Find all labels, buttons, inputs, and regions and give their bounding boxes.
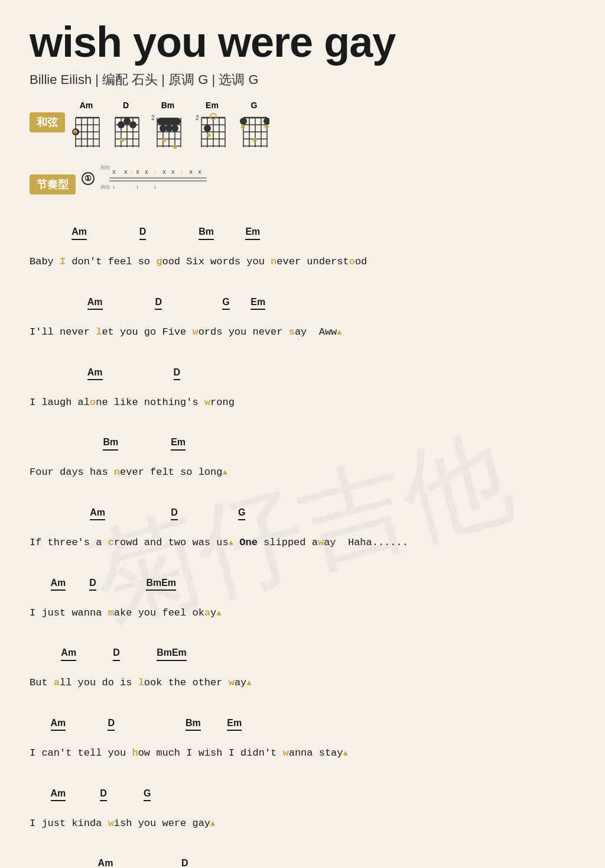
lyric-line-8: I can't tell you how much I wish I didn'… [30, 746, 575, 761]
svg-text:↓: ↓ [180, 169, 184, 176]
lyric-block-5: Am D G If three's a crowd and two was us… [30, 493, 575, 550]
svg-text:x: x [145, 169, 148, 176]
lyric-line-1: Baby I don't feel so good Six words you … [30, 254, 575, 270]
chord-line-2: Am D G Em [30, 283, 575, 323]
svg-text:❷: ❷ [206, 132, 211, 138]
svg-text:2: 2 [151, 115, 155, 121]
chord-line-6: Am D BmEm [30, 563, 575, 604]
lyric-block-8: Am D Bm Em I can't tell you how much I w… [30, 704, 575, 761]
lyric-line-9: I just kinda wish you were gay▲ [30, 816, 575, 831]
svg-text:x: x [189, 169, 193, 176]
lyric-line-2: I'll never let you go Five words you nev… [30, 325, 575, 340]
svg-text:↓: ↓ [154, 169, 157, 176]
song-meta: Billie Eilish | 编配 石头 | 原调 G | 选调 G [30, 71, 575, 89]
svg-point-54 [204, 125, 211, 132]
lyric-block-1: Am D Bm Em Baby I don't feel so good Six… [30, 212, 575, 270]
svg-text:x: x [124, 169, 128, 176]
svg-text:x: x [198, 169, 201, 176]
lyric-block-9: Am D G I just kinda wish you were gay▲ [30, 773, 575, 831]
svg-text:↓: ↓ [112, 184, 116, 190]
lyric-block-7: Am D BmEm But all you do is look the oth… [30, 633, 575, 691]
chord-d: D ❸ [110, 101, 141, 150]
svg-text:❸: ❸ [173, 144, 177, 150]
song-title: wish you were gay [30, 18, 575, 66]
svg-text:❸: ❸ [252, 137, 257, 143]
rhythm-diagram: ① 拇指 拇指 x x ↓ x x ↓ x x ↓ x x ↓ ↓ [82, 162, 216, 195]
chord-line-1: Am D Bm Em [30, 212, 575, 253]
chords-section: 和弦 Am [30, 101, 575, 150]
chord-line-5: Am D G [30, 493, 575, 534]
svg-text:↓: ↓ [154, 184, 157, 190]
svg-text:❸: ❸ [120, 137, 125, 143]
chord-am: Am ❷ [71, 101, 102, 150]
lyric-block-6: Am D BmEm I just wanna make you feel oka… [30, 563, 575, 620]
lyric-block-2: Am D G Em I'll never let you go Five wor… [30, 283, 575, 340]
svg-text:拇指: 拇指 [100, 165, 110, 170]
chord-line-10: Am D [30, 844, 575, 868]
chord-line-7: Am D BmEm [30, 633, 575, 674]
chord-g: G ❶ ❷ ❸ [239, 101, 269, 150]
svg-text:❷: ❷ [162, 137, 167, 143]
svg-text:x: x [162, 169, 166, 176]
svg-text:x: x [112, 169, 116, 176]
lyric-line-6: I just wanna make you feel okay▲ [30, 605, 575, 621]
rhythm-label: 节奏型 [30, 174, 76, 195]
chord-bm: Bm 2 ❷ [150, 101, 186, 150]
svg-text:↓: ↓ [136, 184, 139, 190]
rhythm-number: ① [82, 172, 95, 185]
svg-text:❷: ❷ [73, 129, 77, 135]
chord-diagrams: Am ❷ [71, 101, 269, 150]
chord-line-8: Am D Bm Em [30, 704, 575, 744]
lyric-line-4: Four days has never felt so long▲ [30, 465, 575, 480]
chord-line-9: Am D G [30, 773, 575, 814]
svg-point-39 [171, 125, 178, 132]
svg-text:❶: ❶ [240, 124, 245, 130]
svg-point-22 [123, 118, 131, 125]
lyric-block-4: Bm Em Four days has never felt so long▲ [30, 423, 575, 480]
svg-point-24 [129, 121, 136, 128]
svg-text:↓: ↓ [130, 169, 134, 176]
lyric-line-5: If three's a crowd and two was us▲ One s… [30, 535, 575, 550]
lyric-block-10: Am D Is there a reason we're not through… [30, 844, 575, 868]
svg-text:拇指: 拇指 [100, 184, 110, 190]
chord-em: Em 2 ❷ [194, 101, 230, 150]
lyric-line-3: I laugh alone like nothing's wrong [30, 395, 575, 410]
svg-text:x: x [136, 169, 139, 176]
svg-text:2: 2 [196, 115, 199, 121]
lyric-line-7: But all you do is look the other way▲ [30, 675, 575, 691]
chord-line-4: Bm Em [30, 423, 575, 464]
svg-point-23 [118, 121, 125, 128]
rhythm-section: 节奏型 ① 拇指 拇指 x x ↓ x x ↓ x x ↓ x x ↓ [30, 162, 575, 195]
svg-text:x: x [171, 169, 175, 176]
lyrics-section: Am D Bm Em Baby I don't feel so good Six… [30, 212, 575, 868]
chord-line-3: Am D [30, 352, 575, 393]
lyric-block-3: Am D I laugh alone like nothing's wrong [30, 352, 575, 410]
chords-label: 和弦 [30, 112, 65, 132]
svg-text:❷: ❷ [264, 124, 269, 130]
